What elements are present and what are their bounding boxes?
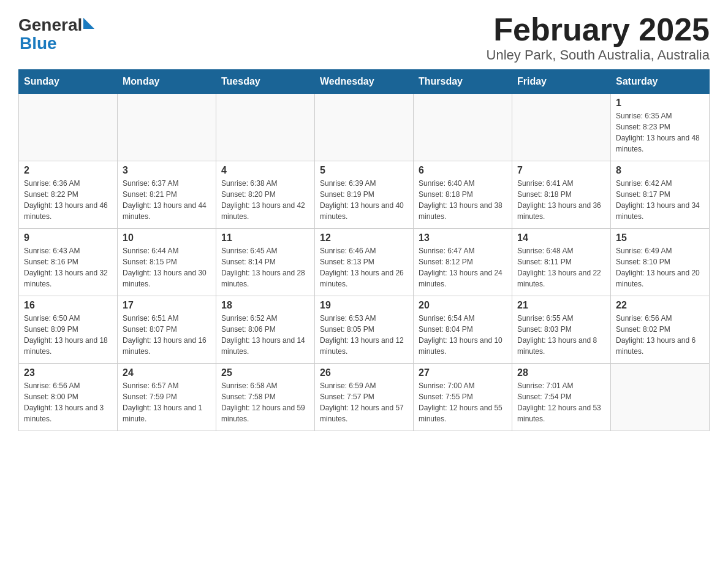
table-row: 6Sunrise: 6:40 AMSunset: 8:18 PMDaylight… xyxy=(414,161,512,229)
day-number: 12 xyxy=(320,232,408,243)
table-row xyxy=(315,94,414,161)
day-number: 14 xyxy=(517,232,605,243)
calendar-header-row: Sunday Monday Tuesday Wednesday Thursday… xyxy=(19,70,710,94)
table-row: 7Sunrise: 6:41 AMSunset: 8:18 PMDaylight… xyxy=(512,161,611,229)
day-info: Sunrise: 6:40 AMSunset: 8:18 PMDaylight:… xyxy=(419,178,507,222)
header-thursday: Thursday xyxy=(414,70,512,94)
table-row: 9Sunrise: 6:43 AMSunset: 8:16 PMDaylight… xyxy=(19,229,118,296)
logo-blue-text: Blue xyxy=(18,35,57,52)
table-row: 21Sunrise: 6:55 AMSunset: 8:03 PMDayligh… xyxy=(512,296,611,364)
day-number: 19 xyxy=(320,300,408,311)
day-number: 13 xyxy=(419,232,507,243)
day-info: Sunrise: 6:47 AMSunset: 8:12 PMDaylight:… xyxy=(419,245,507,289)
day-info: Sunrise: 6:52 AMSunset: 8:06 PMDaylight:… xyxy=(221,313,309,357)
day-number: 5 xyxy=(320,165,408,176)
day-info: Sunrise: 6:42 AMSunset: 8:17 PMDaylight:… xyxy=(616,178,704,222)
title-block: February 2025 Unley Park, South Australi… xyxy=(487,12,710,63)
table-row: 25Sunrise: 6:58 AMSunset: 7:58 PMDayligh… xyxy=(216,364,315,431)
day-number: 1 xyxy=(616,98,704,109)
day-info: Sunrise: 6:46 AMSunset: 8:13 PMDaylight:… xyxy=(320,245,408,289)
table-row: 28Sunrise: 7:01 AMSunset: 7:54 PMDayligh… xyxy=(512,364,611,431)
day-number: 28 xyxy=(517,367,605,378)
day-number: 17 xyxy=(123,300,211,311)
table-row: 12Sunrise: 6:46 AMSunset: 8:13 PMDayligh… xyxy=(315,229,414,296)
day-info: Sunrise: 6:56 AMSunset: 8:00 PMDaylight:… xyxy=(24,380,112,424)
day-number: 16 xyxy=(24,300,112,311)
day-info: Sunrise: 6:48 AMSunset: 8:11 PMDaylight:… xyxy=(517,245,605,289)
logo: General Blue xyxy=(18,12,94,52)
day-number: 7 xyxy=(517,165,605,176)
day-info: Sunrise: 6:45 AMSunset: 8:14 PMDaylight:… xyxy=(221,245,309,289)
day-info: Sunrise: 6:55 AMSunset: 8:03 PMDaylight:… xyxy=(517,313,605,357)
calendar-week-row: 16Sunrise: 6:50 AMSunset: 8:09 PMDayligh… xyxy=(19,296,710,364)
table-row: 8Sunrise: 6:42 AMSunset: 8:17 PMDaylight… xyxy=(611,161,710,229)
day-number: 2 xyxy=(24,165,112,176)
day-info: Sunrise: 6:36 AMSunset: 8:22 PMDaylight:… xyxy=(24,178,112,222)
table-row xyxy=(414,94,512,161)
page-header: General Blue February 2025 Unley Park, S… xyxy=(18,12,710,63)
calendar-week-row: 2Sunrise: 6:36 AMSunset: 8:22 PMDaylight… xyxy=(19,161,710,229)
table-row: 22Sunrise: 6:56 AMSunset: 8:02 PMDayligh… xyxy=(611,296,710,364)
day-number: 18 xyxy=(221,300,309,311)
table-row: 1Sunrise: 6:35 AMSunset: 8:23 PMDaylight… xyxy=(611,94,710,161)
header-tuesday: Tuesday xyxy=(216,70,315,94)
day-info: Sunrise: 6:37 AMSunset: 8:21 PMDaylight:… xyxy=(123,178,211,222)
svg-marker-0 xyxy=(83,18,94,29)
day-number: 21 xyxy=(517,300,605,311)
day-info: Sunrise: 6:39 AMSunset: 8:19 PMDaylight:… xyxy=(320,178,408,222)
table-row: 26Sunrise: 6:59 AMSunset: 7:57 PMDayligh… xyxy=(315,364,414,431)
day-number: 24 xyxy=(123,367,211,378)
day-number: 9 xyxy=(24,232,112,243)
day-number: 22 xyxy=(616,300,704,311)
table-row xyxy=(512,94,611,161)
day-number: 15 xyxy=(616,232,704,243)
calendar-title: February 2025 xyxy=(487,12,710,47)
calendar-week-row: 9Sunrise: 6:43 AMSunset: 8:16 PMDaylight… xyxy=(19,229,710,296)
day-info: Sunrise: 6:44 AMSunset: 8:15 PMDaylight:… xyxy=(123,245,211,289)
table-row: 20Sunrise: 6:54 AMSunset: 8:04 PMDayligh… xyxy=(414,296,512,364)
logo-general-text: General xyxy=(18,15,82,35)
header-wednesday: Wednesday xyxy=(315,70,414,94)
table-row: 11Sunrise: 6:45 AMSunset: 8:14 PMDayligh… xyxy=(216,229,315,296)
header-sunday: Sunday xyxy=(19,70,118,94)
day-info: Sunrise: 6:57 AMSunset: 7:59 PMDaylight:… xyxy=(123,380,211,424)
day-number: 6 xyxy=(419,165,507,176)
day-info: Sunrise: 6:43 AMSunset: 8:16 PMDaylight:… xyxy=(24,245,112,289)
day-number: 3 xyxy=(123,165,211,176)
calendar-week-row: 1Sunrise: 6:35 AMSunset: 8:23 PMDaylight… xyxy=(19,94,710,161)
table-row xyxy=(611,364,710,431)
table-row: 17Sunrise: 6:51 AMSunset: 8:07 PMDayligh… xyxy=(118,296,216,364)
header-monday: Monday xyxy=(118,70,216,94)
table-row: 2Sunrise: 6:36 AMSunset: 8:22 PMDaylight… xyxy=(19,161,118,229)
day-info: Sunrise: 6:53 AMSunset: 8:05 PMDaylight:… xyxy=(320,313,408,357)
day-info: Sunrise: 6:54 AMSunset: 8:04 PMDaylight:… xyxy=(419,313,507,357)
day-info: Sunrise: 6:59 AMSunset: 7:57 PMDaylight:… xyxy=(320,380,408,424)
day-info: Sunrise: 7:01 AMSunset: 7:54 PMDaylight:… xyxy=(517,380,605,424)
day-info: Sunrise: 6:58 AMSunset: 7:58 PMDaylight:… xyxy=(221,380,309,424)
table-row: 15Sunrise: 6:49 AMSunset: 8:10 PMDayligh… xyxy=(611,229,710,296)
table-row xyxy=(216,94,315,161)
day-number: 10 xyxy=(123,232,211,243)
day-info: Sunrise: 6:41 AMSunset: 8:18 PMDaylight:… xyxy=(517,178,605,222)
day-number: 4 xyxy=(221,165,309,176)
day-number: 25 xyxy=(221,367,309,378)
table-row: 14Sunrise: 6:48 AMSunset: 8:11 PMDayligh… xyxy=(512,229,611,296)
logo-arrow-icon xyxy=(83,18,94,31)
day-number: 27 xyxy=(419,367,507,378)
table-row: 23Sunrise: 6:56 AMSunset: 8:00 PMDayligh… xyxy=(19,364,118,431)
day-number: 8 xyxy=(616,165,704,176)
table-row: 24Sunrise: 6:57 AMSunset: 7:59 PMDayligh… xyxy=(118,364,216,431)
table-row xyxy=(19,94,118,161)
header-friday: Friday xyxy=(512,70,611,94)
day-number: 23 xyxy=(24,367,112,378)
day-info: Sunrise: 7:00 AMSunset: 7:55 PMDaylight:… xyxy=(419,380,507,424)
day-info: Sunrise: 6:49 AMSunset: 8:10 PMDaylight:… xyxy=(616,245,704,289)
header-saturday: Saturday xyxy=(611,70,710,94)
day-info: Sunrise: 6:38 AMSunset: 8:20 PMDaylight:… xyxy=(221,178,309,222)
calendar-table: Sunday Monday Tuesday Wednesday Thursday… xyxy=(18,69,710,431)
table-row: 10Sunrise: 6:44 AMSunset: 8:15 PMDayligh… xyxy=(118,229,216,296)
table-row: 13Sunrise: 6:47 AMSunset: 8:12 PMDayligh… xyxy=(414,229,512,296)
table-row xyxy=(118,94,216,161)
table-row: 4Sunrise: 6:38 AMSunset: 8:20 PMDaylight… xyxy=(216,161,315,229)
calendar-week-row: 23Sunrise: 6:56 AMSunset: 8:00 PMDayligh… xyxy=(19,364,710,431)
